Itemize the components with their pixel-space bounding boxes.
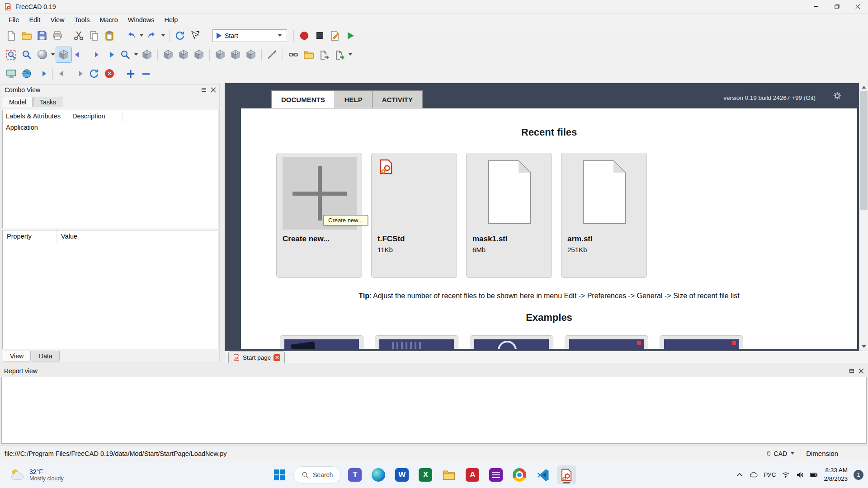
menu-view[interactable]: View [45, 15, 69, 25]
workbench-selector[interactable]: Start [212, 29, 287, 42]
top-view-button[interactable] [176, 47, 191, 62]
redo-dropdown[interactable] [161, 34, 165, 37]
tab-activity[interactable]: ACTIVITY [372, 90, 423, 108]
close-tab-button[interactable] [274, 354, 280, 361]
paste-button[interactable] [102, 28, 117, 43]
web-stop-button[interactable] [102, 66, 117, 81]
tab-view[interactable]: View [3, 351, 31, 361]
measure-distance-button[interactable] [264, 47, 280, 62]
draw-style-dropdown[interactable] [51, 53, 55, 56]
web-browser-button[interactable] [4, 66, 19, 81]
tree-item-application[interactable]: Application [3, 122, 218, 133]
make-link-button[interactable] [286, 47, 301, 62]
recent-file-card[interactable]: t.FCStd 11Kb [371, 153, 457, 278]
tab-data[interactable]: Data [32, 351, 60, 361]
battery-icon[interactable] [810, 471, 818, 479]
axonometric-view-button[interactable] [139, 47, 155, 62]
zoom-dropdown[interactable] [134, 53, 138, 56]
whats-this-button[interactable] [188, 28, 203, 43]
nav-forward-button[interactable] [87, 47, 102, 62]
web-go-button[interactable] [34, 66, 50, 81]
web-back-button[interactable] [56, 66, 71, 81]
recent-file-card[interactable]: arm.stl 251Kb [561, 153, 647, 278]
macro-execute-button[interactable] [343, 28, 358, 43]
example-card[interactable] [660, 335, 743, 349]
zoom-dropdown-button[interactable] [118, 47, 133, 62]
macro-edit-button[interactable] [327, 28, 343, 43]
taskbar-search[interactable]: Search [293, 466, 341, 483]
cut-button[interactable] [71, 28, 86, 43]
menu-windows[interactable]: Windows [123, 15, 160, 25]
front-view-button[interactable] [160, 47, 176, 62]
right-view-button[interactable] [191, 47, 207, 62]
tab-help[interactable]: HELP [335, 90, 372, 108]
close-panel-icon[interactable] [211, 87, 216, 93]
clock[interactable]: 8:33 AM 2/8/2023 [824, 466, 848, 483]
float-panel-icon[interactable] [201, 87, 207, 93]
start-settings-button[interactable] [833, 91, 842, 100]
close-panel-icon[interactable] [859, 368, 864, 374]
refresh-button[interactable] [172, 28, 188, 43]
tab-tasks[interactable]: Tasks [33, 97, 62, 107]
word-button[interactable]: W [392, 465, 411, 484]
web-refresh-button[interactable] [86, 66, 102, 81]
draw-style-button[interactable] [34, 47, 50, 62]
print-button[interactable] [50, 28, 65, 43]
notification-badge[interactable]: 1 [854, 470, 863, 480]
save-button[interactable] [34, 28, 50, 43]
onedrive-cloud-icon[interactable] [750, 471, 758, 479]
start-page-mdi-tab[interactable]: Start page [228, 352, 285, 363]
scrollbar-thumb[interactable] [860, 91, 868, 210]
macro-record-button[interactable] [297, 28, 312, 43]
left-view-button[interactable] [243, 47, 259, 62]
rear-view-button[interactable] [212, 47, 228, 62]
start-button[interactable] [270, 465, 289, 484]
vertical-scrollbar[interactable] [859, 83, 868, 351]
undo-dropdown[interactable] [140, 34, 143, 37]
copy-button[interactable] [86, 28, 102, 43]
float-panel-icon[interactable] [849, 368, 854, 374]
volume-icon[interactable] [796, 471, 804, 479]
weather-widget[interactable]: 32°F Mostly cloudy [5, 461, 67, 488]
home-view-button[interactable] [102, 47, 118, 62]
excel-button[interactable]: X [416, 465, 435, 484]
acrobat-button[interactable]: A [463, 465, 482, 484]
example-card[interactable] [470, 335, 553, 349]
close-button[interactable] [847, 0, 868, 13]
import-link-button[interactable] [316, 47, 332, 62]
maximize-button[interactable] [826, 0, 847, 13]
menu-file[interactable]: File [4, 15, 24, 25]
fit-selection-button[interactable] [19, 47, 34, 62]
menu-help[interactable]: Help [160, 15, 183, 25]
scroll-down-button[interactable] [859, 343, 868, 351]
nav-back-button[interactable] [71, 47, 87, 62]
fit-all-button[interactable] [4, 47, 19, 62]
share-button[interactable] [332, 47, 347, 62]
bottom-view-button[interactable] [228, 47, 243, 62]
menu-macro[interactable]: Macro [94, 15, 123, 25]
vscode-button[interactable] [533, 465, 552, 484]
zoom-in-button[interactable]: + [123, 66, 138, 81]
onenote-button[interactable] [486, 465, 505, 484]
zoom-out-button[interactable]: − [138, 66, 154, 81]
chrome-button[interactable] [510, 465, 529, 484]
isometric-view-button[interactable] [56, 47, 71, 62]
example-card[interactable] [280, 335, 363, 349]
menu-edit[interactable]: Edit [24, 15, 45, 25]
scroll-up-button[interactable] [859, 83, 868, 91]
open-button[interactable] [19, 28, 34, 43]
example-card[interactable] [375, 335, 458, 349]
recent-file-card[interactable]: mask1.stl 6Mb [466, 153, 552, 278]
tab-documents[interactable]: DOCUMENTS [271, 90, 335, 108]
macro-stop-button[interactable] [312, 28, 327, 43]
new-file-button[interactable] [4, 28, 19, 43]
redo-button[interactable] [145, 28, 160, 43]
web-forward-button[interactable] [71, 66, 86, 81]
link-folder-button[interactable] [301, 47, 316, 62]
tray-overflow-chevron-icon[interactable] [736, 471, 744, 479]
edge-button[interactable] [369, 465, 388, 484]
example-card[interactable] [565, 335, 648, 349]
language-indicator[interactable]: РУС [764, 471, 776, 478]
web-open-button[interactable] [19, 66, 34, 81]
teams-button[interactable]: T [345, 465, 364, 484]
